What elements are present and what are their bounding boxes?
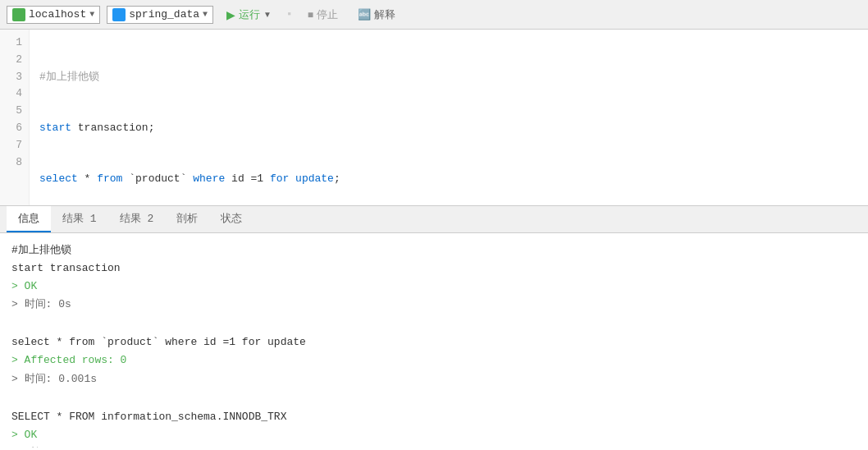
line-numbers: 1 2 3 4 5 6 7 8 — [0, 30, 30, 205]
output-sql-2: select * from `product` where id =1 for … — [11, 333, 857, 351]
result-tabs: 信息 结果 1 结果 2 剖析 状态 — [0, 206, 868, 233]
code-line-3: select * from `product` where id =1 for … — [39, 171, 858, 188]
host-label: localhost — [29, 8, 86, 21]
tab-status[interactable]: 状态 — [209, 206, 254, 232]
code-content[interactable]: #加上排他锁 start transaction; select * from … — [30, 30, 868, 205]
output-section-1: #加上排他锁 start transaction > OK > 时间: 0s — [11, 241, 857, 314]
play-icon: ▶ — [226, 8, 235, 21]
explain-label: 解释 — [374, 7, 395, 22]
output-time-1: > 时间: 0s — [11, 296, 857, 314]
output-sql-1b: start transaction — [11, 259, 857, 278]
sql-editor[interactable]: 1 2 3 4 5 6 7 8 #加上排他锁 start transaction… — [0, 30, 868, 206]
code-line-1: #加上排他锁 — [39, 69, 858, 86]
database-label: spring_data — [129, 8, 199, 21]
output-ok-3: > OK — [11, 426, 857, 444]
toolbar: localhost ▼ spring_data ▼ ▶ 运行 ▼ ▪ ■ 停止 … — [0, 0, 868, 30]
output-ok-1: > OK — [11, 278, 857, 296]
host-icon — [12, 8, 25, 21]
output-section-3: SELECT * FROM information_schema.INNODB_… — [11, 408, 857, 448]
output-blank-2 — [11, 400, 857, 408]
output-section-2: select * from `product` where id =1 for … — [11, 333, 857, 388]
host-dropdown-arrow: ▼ — [89, 10, 94, 19]
output-panel: #加上排他锁 start transaction > OK > 时间: 0s s… — [0, 233, 868, 448]
explain-button[interactable]: 🔤 解释 — [351, 6, 402, 24]
output-sql-3: SELECT * FROM information_schema.INNODB_… — [11, 408, 857, 426]
output-time-2: > 时间: 0.001s — [11, 370, 857, 388]
explain-icon: 🔤 — [358, 8, 371, 21]
stop-icon: ■ — [308, 9, 313, 21]
output-sql-1: #加上排他锁 — [11, 241, 857, 259]
output-blank-1 — [11, 325, 857, 333]
run-label: 运行 — [239, 7, 260, 22]
db-dropdown-arrow: ▼ — [203, 10, 208, 19]
run-dropdown-arrow: ▼ — [263, 10, 272, 19]
toolbar-separator: ▪ — [286, 8, 293, 21]
tab-result1[interactable]: 结果 1 — [51, 206, 108, 232]
database-dropdown[interactable]: spring_data ▼ — [107, 6, 213, 24]
tab-profile[interactable]: 剖析 — [165, 206, 209, 232]
db-icon — [112, 8, 126, 21]
output-ok-2: > Affected rows: 0 — [11, 351, 857, 370]
code-line-2: start transaction; — [39, 120, 858, 137]
stop-label: 停止 — [317, 7, 338, 22]
tab-result2[interactable]: 结果 2 — [108, 206, 166, 232]
host-dropdown[interactable]: localhost ▼ — [7, 6, 100, 24]
run-button[interactable]: ▶ 运行 ▼ — [220, 6, 278, 24]
stop-button[interactable]: ■ 停止 — [301, 6, 345, 24]
tab-info[interactable]: 信息 — [7, 206, 51, 232]
output-time-3: > 时间: 0s — [11, 444, 857, 448]
